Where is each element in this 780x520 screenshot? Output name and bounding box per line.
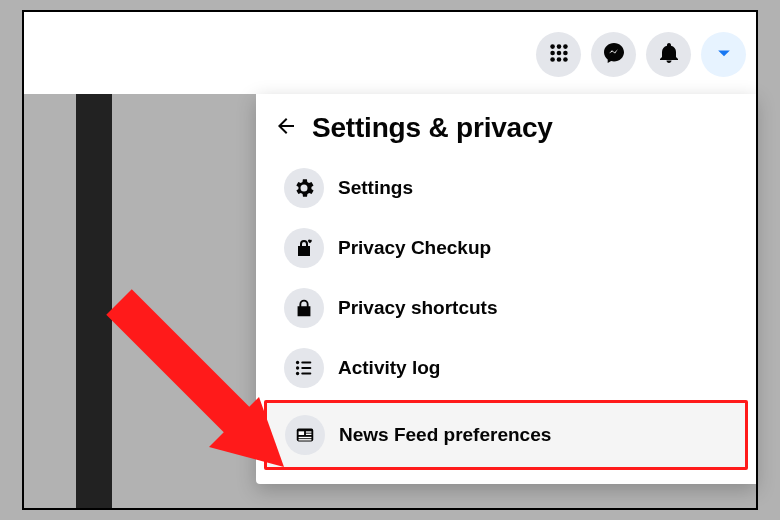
bell-icon <box>657 41 681 69</box>
svg-rect-18 <box>306 434 312 435</box>
topbar-icon-group <box>536 32 746 77</box>
lock-heart-icon <box>284 228 324 268</box>
top-bar <box>24 12 756 94</box>
news-feed-icon <box>285 415 325 455</box>
svg-rect-10 <box>301 361 311 363</box>
app-frame: Settings & privacy Settings Privacy Chec… <box>22 10 758 510</box>
menu-item-privacy-checkup[interactable]: Privacy Checkup <box>264 218 748 278</box>
svg-rect-17 <box>306 431 312 432</box>
menu-grid-button[interactable] <box>536 32 581 77</box>
svg-point-11 <box>296 366 299 369</box>
svg-point-8 <box>563 57 568 62</box>
svg-point-7 <box>556 57 561 62</box>
panel-title: Settings & privacy <box>312 112 553 144</box>
grid-icon <box>548 42 570 68</box>
svg-rect-19 <box>299 437 312 438</box>
svg-rect-20 <box>299 439 312 440</box>
menu-item-activity-log[interactable]: Activity log <box>264 338 748 398</box>
svg-point-2 <box>563 44 568 49</box>
menu-item-label: Privacy shortcuts <box>338 297 497 319</box>
svg-point-0 <box>550 44 555 49</box>
notifications-button[interactable] <box>646 32 691 77</box>
svg-point-1 <box>556 44 561 49</box>
panel-header: Settings & privacy <box>256 106 756 158</box>
svg-point-4 <box>556 50 561 55</box>
svg-point-6 <box>550 57 555 62</box>
account-dropdown-button[interactable] <box>701 32 746 77</box>
svg-rect-12 <box>301 367 311 369</box>
dark-sidebar-strip <box>76 94 112 508</box>
menu-item-privacy-shortcuts[interactable]: Privacy shortcuts <box>264 278 748 338</box>
menu-item-settings[interactable]: Settings <box>264 158 748 218</box>
messenger-icon <box>602 41 626 69</box>
svg-rect-16 <box>299 431 305 435</box>
menu-item-news-feed-preferences[interactable]: News Feed preferences <box>264 400 748 470</box>
svg-point-9 <box>296 361 299 364</box>
caret-down-icon <box>714 43 734 67</box>
svg-rect-14 <box>301 372 311 374</box>
list-icon <box>284 348 324 388</box>
arrow-left-icon <box>274 114 298 142</box>
lock-icon <box>284 288 324 328</box>
svg-point-5 <box>563 50 568 55</box>
gear-icon <box>284 168 324 208</box>
menu-item-label: Settings <box>338 177 413 199</box>
menu-item-label: Activity log <box>338 357 440 379</box>
menu-item-label: Privacy Checkup <box>338 237 491 259</box>
svg-point-13 <box>296 372 299 375</box>
messenger-button[interactable] <box>591 32 636 77</box>
settings-privacy-panel: Settings & privacy Settings Privacy Chec… <box>256 94 756 484</box>
svg-point-3 <box>550 50 555 55</box>
back-button[interactable] <box>274 116 298 140</box>
menu-item-label: News Feed preferences <box>339 424 551 446</box>
